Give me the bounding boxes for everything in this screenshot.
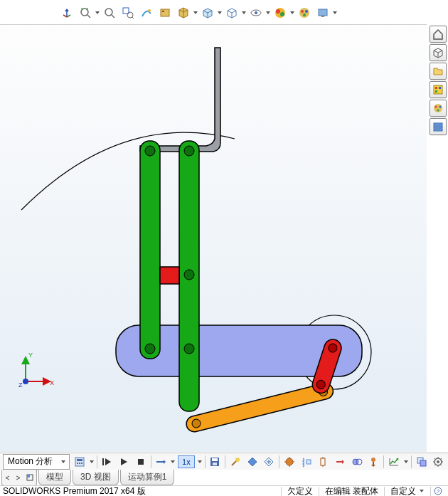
display-pane-icon[interactable] xyxy=(314,4,331,21)
animation-wizard-icon[interactable] xyxy=(228,454,242,470)
svg-point-24 xyxy=(439,106,442,108)
svg-point-33 xyxy=(145,344,155,354)
coordinate-triad[interactable]: Y X Z xyxy=(16,350,58,395)
hide-show-icon[interactable] xyxy=(247,4,265,21)
folder-icon[interactable] xyxy=(430,63,447,80)
svg-rect-28 xyxy=(434,129,442,131)
svg-point-62 xyxy=(286,458,293,465)
box-view-icon[interactable] xyxy=(223,4,240,21)
svg-point-1 xyxy=(105,9,112,16)
dropdown-icon[interactable] xyxy=(404,454,408,470)
svg-point-15 xyxy=(303,14,306,16)
appearance-icon[interactable] xyxy=(296,4,313,21)
separator xyxy=(205,455,206,468)
dropdown-icon[interactable] xyxy=(242,5,246,21)
task-pane xyxy=(430,26,447,135)
svg-rect-17 xyxy=(321,16,324,17)
stop-icon[interactable] xyxy=(134,454,148,470)
playback-mode-icon[interactable] xyxy=(154,454,169,470)
damper-icon[interactable] xyxy=(316,454,330,470)
view-settings-icon[interactable] xyxy=(156,4,174,21)
svg-point-3 xyxy=(127,12,133,18)
home-icon[interactable] xyxy=(430,26,447,43)
section-view-icon[interactable] xyxy=(175,4,192,21)
svg-point-37 xyxy=(184,270,194,280)
dropdown-icon[interactable] xyxy=(171,454,175,470)
separator xyxy=(97,455,97,468)
globe-icon[interactable] xyxy=(430,81,447,98)
svg-rect-16 xyxy=(319,9,327,16)
svg-rect-18 xyxy=(434,85,442,94)
spring-icon[interactable] xyxy=(299,454,314,470)
save-animation-icon[interactable] xyxy=(208,454,222,470)
model-canvas xyxy=(0,25,427,452)
zoom-area-icon[interactable] xyxy=(119,4,137,21)
separator xyxy=(279,455,279,468)
autokey-icon[interactable] xyxy=(245,454,260,470)
force-icon[interactable] xyxy=(333,454,347,470)
options-panel-icon[interactable] xyxy=(430,118,447,135)
svg-text:?: ? xyxy=(437,488,440,495)
view-nav-box[interactable] xyxy=(1,470,37,486)
svg-point-69 xyxy=(371,458,375,462)
playback-speed-field[interactable]: 1x xyxy=(178,455,194,468)
gravity-icon[interactable] xyxy=(367,454,381,470)
coord-sys-icon[interactable] xyxy=(58,4,75,21)
svg-point-61 xyxy=(235,458,240,462)
svg-rect-39 xyxy=(185,381,335,433)
motion-manager-bar: Motion 分析 1x xyxy=(0,453,448,470)
status-help-icon[interactable]: ? xyxy=(430,487,445,496)
status-custom[interactable]: 自定义 xyxy=(384,487,430,496)
svg-point-11 xyxy=(280,12,284,16)
contact-icon[interactable] xyxy=(350,454,364,470)
svg-rect-38 xyxy=(160,267,179,284)
svg-rect-53 xyxy=(77,463,78,464)
tab-motion-study[interactable]: 运动算例1 xyxy=(120,470,175,485)
results-icon[interactable] xyxy=(387,454,401,470)
svg-point-36 xyxy=(184,344,194,354)
tab-3dview[interactable]: 3D 视图 xyxy=(73,470,119,485)
svg-point-14 xyxy=(305,10,308,13)
display-style-icon[interactable] xyxy=(199,4,216,21)
study-type-combo[interactable]: Motion 分析 xyxy=(3,454,70,470)
svg-text:Z: Z xyxy=(18,381,23,389)
replace-study-icon[interactable] xyxy=(415,454,429,470)
svg-rect-26 xyxy=(434,123,442,125)
play-icon[interactable] xyxy=(117,454,131,470)
svg-point-32 xyxy=(145,146,155,156)
free-view-icon[interactable] xyxy=(138,4,155,21)
study-props-icon[interactable] xyxy=(431,454,445,470)
magnify-icon[interactable] xyxy=(101,4,118,21)
calculate-icon[interactable] xyxy=(73,454,87,470)
status-underdefined: 欠定义 xyxy=(281,487,319,496)
zoom-fit-icon[interactable] xyxy=(77,4,94,21)
dropdown-icon[interactable] xyxy=(290,5,294,21)
dropdown-icon[interactable] xyxy=(95,5,100,21)
svg-rect-76 xyxy=(27,475,30,477)
tab-model[interactable]: 模型 xyxy=(38,470,71,485)
scene-icon[interactable] xyxy=(272,4,289,21)
svg-rect-6 xyxy=(162,11,164,12)
iso-cube-icon[interactable] xyxy=(430,44,447,61)
svg-rect-31 xyxy=(140,141,160,359)
svg-point-35 xyxy=(184,146,194,156)
play-from-start-icon[interactable] xyxy=(100,454,114,470)
graphics-viewport[interactable]: Y X Z xyxy=(0,24,427,452)
add-key-icon[interactable] xyxy=(262,454,276,470)
motor-icon[interactable] xyxy=(282,454,297,470)
combo-label: Motion 分析 xyxy=(8,455,53,468)
separator xyxy=(225,455,225,468)
dropdown-icon[interactable] xyxy=(193,5,198,21)
svg-rect-72 xyxy=(420,460,426,466)
dropdown-icon[interactable] xyxy=(218,5,222,21)
product-label: SOLIDWORKS Premium 2017 x64 版 xyxy=(3,485,146,497)
svg-rect-57 xyxy=(138,459,144,465)
svg-rect-56 xyxy=(102,458,104,465)
svg-rect-5 xyxy=(161,9,169,16)
appearance-panel-icon[interactable] xyxy=(430,100,447,117)
dropdown-icon[interactable] xyxy=(333,5,337,21)
dropdown-icon[interactable] xyxy=(198,454,202,470)
separator xyxy=(151,455,151,468)
dropdown-icon[interactable] xyxy=(266,5,270,21)
dropdown-icon[interactable] xyxy=(90,454,94,470)
